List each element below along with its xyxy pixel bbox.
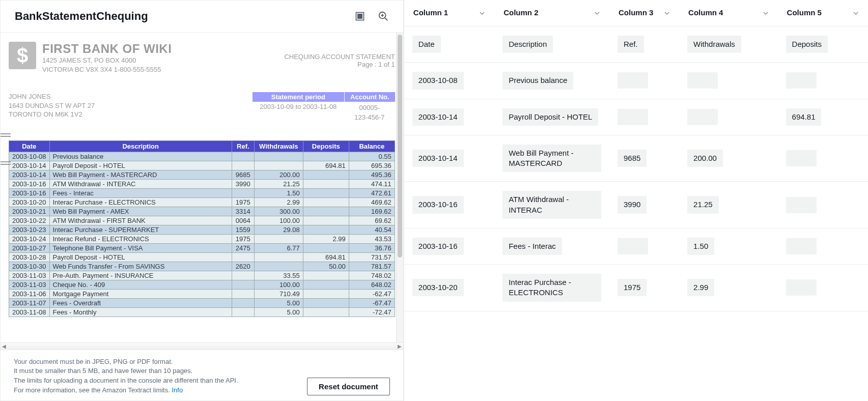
extracted-value[interactable]: 2003-10-08	[412, 72, 464, 89]
stmt-header: Description	[49, 141, 232, 152]
stmt-cell: 2003-10-16	[9, 180, 50, 189]
stmt-cell: Mortgage Payment	[49, 290, 232, 299]
extracted-value[interactable]: Payroll Deposit - HOTEL	[502, 108, 598, 126]
zoom-in-icon[interactable]	[378, 11, 389, 22]
stmt-cell: 2003-10-20	[9, 198, 50, 207]
stmt-row: 2003-11-03Cheque No. - 409100.00648.02	[9, 280, 395, 290]
stmt-cell: 710.49	[254, 290, 303, 299]
footer-line-4: For more information, see the Amazon Tex…	[14, 386, 238, 395]
document-title: BankStatementChequing	[15, 10, 148, 23]
grid-cell: 21.25	[679, 182, 778, 228]
grid-cell: Ref.	[609, 26, 679, 63]
scroll-right-icon[interactable]: ▶	[396, 343, 403, 349]
stmt-header: Ref.	[232, 141, 254, 152]
extracted-value[interactable]: Description	[502, 36, 553, 53]
extracted-value[interactable]: 21.25	[687, 196, 719, 213]
stmt-cell: Interac Refund - ELECTRONICS	[49, 235, 232, 244]
stmt-row: 2003-10-27Telephone Bill Payment - VISA2…	[9, 244, 395, 253]
stmt-cell: Fees - Monthly	[49, 308, 232, 317]
extracted-value[interactable]: 1975	[618, 279, 647, 296]
extracted-value[interactable]: Date	[412, 36, 441, 53]
extracted-value[interactable]: Fees - Interac	[502, 238, 562, 255]
column-header[interactable]: Column 4	[679, 0, 778, 26]
sort-icon[interactable]	[664, 10, 670, 16]
horizontal-scrollbar[interactable]: ◀ ▶	[1, 342, 403, 350]
sort-icon[interactable]	[763, 10, 769, 16]
extracted-value[interactable]	[786, 197, 817, 213]
extracted-value[interactable]: 9685	[618, 150, 647, 167]
extracted-value[interactable]	[618, 238, 648, 254]
column-header[interactable]: Column 3	[609, 0, 679, 26]
column-header[interactable]: Column 2	[494, 0, 609, 26]
stmt-cell: 5.00	[254, 299, 303, 308]
extracted-value[interactable]: ATM Withdrawal - INTERAC	[502, 191, 601, 219]
stmt-cell: 300.00	[254, 207, 303, 216]
stmt-cell: 21.25	[254, 180, 303, 189]
column-header[interactable]: Column 1	[404, 0, 494, 26]
extracted-value[interactable]: 2003-10-14	[412, 150, 464, 167]
sort-icon[interactable]	[479, 10, 485, 16]
extracted-value[interactable]: 2.99	[687, 279, 714, 296]
stmt-cell: 2620	[232, 262, 254, 271]
extracted-value[interactable]: Ref.	[618, 36, 644, 53]
stmt-header: Withdrawals	[254, 141, 303, 152]
extracted-value[interactable]	[786, 279, 817, 296]
stmt-cell: Fees - Interac	[49, 189, 232, 198]
extracted-value[interactable]	[786, 72, 817, 89]
extracted-value[interactable]	[687, 72, 718, 89]
annotation-toggle-icon[interactable]	[354, 11, 366, 22]
column-header[interactable]: Column 5	[778, 0, 868, 26]
document-viewer[interactable]: FIRST BANK OF WIKI 1425 JAMES ST, PO BOX…	[1, 33, 403, 342]
stmt-row: 2003-10-14Web Bill Payment - MASTERCARD9…	[9, 170, 395, 180]
stmt-row: 2003-10-24Interac Refund - ELECTRONICS19…	[9, 235, 395, 244]
extracted-value[interactable]: 2003-10-16	[412, 238, 464, 255]
column-header-label: Column 3	[619, 8, 653, 17]
extracted-value[interactable]	[618, 109, 648, 125]
extracted-value[interactable]: Interac Purchase - ELECTRONICS	[502, 274, 601, 302]
extracted-value[interactable]: Previous balance	[502, 72, 573, 89]
grid-cell: Payroll Deposit - HOTEL	[494, 99, 609, 135]
extracted-value[interactable]: 1.50	[687, 238, 714, 255]
stmt-row: 2003-10-20Interac Purchase - ELECTRONICS…	[9, 198, 395, 207]
extracted-value[interactable]: 3990	[618, 196, 647, 213]
statement-table: DateDescriptionRef.WithdrawalsDepositsBa…	[9, 140, 395, 317]
grid-cell	[679, 63, 778, 99]
stmt-cell	[303, 189, 349, 198]
extracted-value[interactable]: Deposits	[786, 36, 828, 53]
stmt-cell	[232, 253, 254, 262]
sort-icon[interactable]	[853, 10, 859, 16]
stmt-cell: -62.47	[349, 290, 395, 299]
reset-document-button[interactable]: Reset document	[307, 378, 390, 395]
extracted-value[interactable]: Withdrawals	[687, 36, 741, 53]
extracted-value[interactable]	[786, 150, 817, 166]
extracted-value[interactable]	[786, 238, 817, 254]
extracted-value[interactable]: 2003-10-16	[412, 196, 464, 213]
extracted-value[interactable]: 2003-10-20	[412, 279, 464, 296]
bank-name: FIRST BANK OF WIKI	[42, 42, 172, 56]
info-link[interactable]: Info	[172, 386, 183, 394]
grid-cell: 3990	[609, 182, 679, 228]
stmt-cell: Previous balance	[49, 152, 232, 161]
extracted-value[interactable]	[618, 72, 648, 89]
stmt-row: 2003-10-08Previous balance0.55	[9, 152, 395, 161]
stmt-cell	[303, 207, 349, 216]
document-panel: BankStatementChequing FIRST BANK OF WIKI…	[0, 0, 404, 401]
stmt-cell: 2003-10-23	[9, 225, 50, 235]
stmt-cell: 2003-10-14	[9, 161, 50, 170]
bank-logo-icon	[9, 42, 36, 69]
stmt-cell: 2003-11-06	[9, 290, 50, 299]
stmt-cell: 33.55	[254, 271, 303, 280]
sort-icon[interactable]	[594, 10, 600, 16]
customer-name: JOHN JONES	[9, 92, 95, 101]
extracted-value[interactable]	[687, 109, 718, 125]
stmt-cell	[254, 161, 303, 170]
extracted-value[interactable]: 694.81	[786, 108, 822, 126]
grid-cell: Date	[404, 26, 494, 63]
stmt-cell: Web Funds Transfer - From SAVINGS	[49, 262, 232, 271]
stmt-cell	[303, 180, 349, 189]
scroll-left-icon[interactable]: ◀	[1, 343, 8, 349]
extracted-value[interactable]: 2003-10-14	[412, 108, 464, 126]
extracted-value[interactable]: 200.00	[687, 150, 723, 167]
extracted-value[interactable]: Web Bill Payment - MASTERCARD	[502, 145, 601, 173]
vertical-scrollbar[interactable]	[396, 33, 403, 342]
